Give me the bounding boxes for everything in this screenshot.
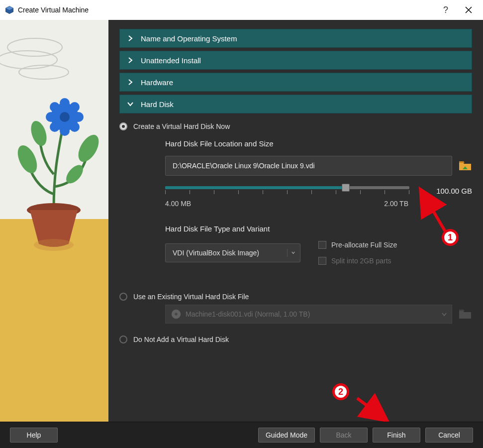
existing-disk-select: Machine1-disk001.vdi (Normal, 1.00 TB): [165, 305, 452, 324]
chevron-right-icon: [127, 79, 134, 86]
accordion-label: Name and Operating System: [141, 34, 237, 43]
accordion-label: Unattended Install: [141, 56, 201, 65]
sidebar-illustration: [0, 20, 108, 422]
radio-no-disk[interactable]: Do Not Add a Virtual Hard Disk: [119, 336, 472, 343]
radio-icon: [119, 293, 127, 301]
disk-type-select[interactable]: VDI (VirtualBox Disk Image): [165, 243, 300, 262]
location-size-header: Hard Disk File Location and Size: [165, 139, 472, 148]
svg-line-26: [357, 398, 385, 419]
chevron-down-icon: [287, 249, 295, 257]
type-variant-header: Hard Disk File Type and Variant: [165, 224, 472, 233]
svg-point-13: [70, 102, 80, 112]
chevron-right-icon: [127, 35, 134, 42]
radio-icon: [119, 122, 127, 130]
checkbox-icon: [318, 241, 326, 249]
accordion-unattended[interactable]: Unattended Install: [119, 51, 472, 70]
svg-point-19: [50, 102, 60, 112]
close-icon[interactable]: [457, 0, 480, 20]
guided-mode-button[interactable]: Guided Mode: [258, 428, 315, 443]
virtualbox-icon: [5, 5, 14, 14]
svg-point-18: [46, 112, 56, 122]
radio-create-hard-disk[interactable]: Create a Virtual Hard Disk Now: [119, 122, 472, 130]
select-value: VDI (VirtualBox Disk Image): [173, 249, 259, 257]
slider-min-label: 4.00 MB: [165, 200, 191, 208]
select-value: Machine1-disk001.vdi (Normal, 1.00 TB): [186, 310, 310, 318]
svg-point-12: [60, 98, 70, 108]
back-button: Back: [320, 428, 368, 443]
annotation-badge-2: 2: [332, 383, 349, 400]
svg-point-15: [70, 122, 80, 132]
accordion-label: Hard Disk: [141, 100, 174, 109]
bottom-bar: Help Guided Mode Back Finish Cancel: [0, 422, 483, 448]
accordion-hard-disk[interactable]: Hard Disk: [119, 95, 472, 113]
chevron-down-icon: [442, 310, 447, 318]
cancel-button[interactable]: Cancel: [425, 428, 473, 443]
disk-path-input[interactable]: D:\ORACLE\Oracle Linux 9\Oracle Linux 9.…: [165, 156, 452, 176]
radio-label: Create a Virtual Hard Disk Now: [133, 122, 230, 130]
svg-point-17: [50, 122, 60, 132]
finish-button[interactable]: Finish: [373, 428, 420, 443]
radio-icon: [119, 336, 127, 343]
browse-folder-icon[interactable]: [458, 159, 472, 173]
slider-max-label: 2.00 TB: [384, 200, 408, 208]
chevron-right-icon: [127, 57, 134, 64]
accordion-hardware[interactable]: Hardware: [119, 73, 472, 92]
main-panel: Name and Operating System Unattended Ins…: [108, 20, 483, 422]
radio-use-existing[interactable]: Use an Existing Virtual Hard Disk File: [119, 293, 472, 301]
split-checkbox: Split into 2GB parts: [318, 257, 397, 265]
window-title: Create Virtual Machine: [18, 6, 89, 14]
svg-point-22: [34, 239, 74, 251]
checkbox-label: Pre-allocate Full Size: [331, 241, 397, 249]
title-bar: Create Virtual Machine ?: [0, 0, 483, 20]
help-button[interactable]: Help: [10, 428, 58, 443]
svg-point-20: [60, 112, 70, 122]
accordion-label: Hardware: [141, 78, 173, 87]
svg-point-24: [175, 313, 178, 316]
disk-size-slider[interactable]: [165, 184, 409, 198]
radio-label: Do Not Add a Virtual Hard Disk: [133, 336, 229, 343]
accordion-name-os[interactable]: Name and Operating System: [119, 29, 472, 48]
help-icon[interactable]: ?: [434, 0, 457, 20]
checkbox-label: Split into 2GB parts: [331, 257, 391, 265]
radio-label: Use an Existing Virtual Hard Disk File: [133, 293, 249, 301]
disk-icon: [171, 309, 182, 320]
svg-point-16: [60, 126, 70, 136]
browse-folder-icon: [458, 308, 472, 321]
checkbox-icon: [318, 257, 326, 265]
preallocate-checkbox[interactable]: Pre-allocate Full Size: [318, 241, 397, 249]
disk-size-readout: 100.00 GB: [417, 187, 472, 195]
chevron-down-icon: [127, 101, 134, 108]
svg-point-14: [74, 112, 84, 122]
